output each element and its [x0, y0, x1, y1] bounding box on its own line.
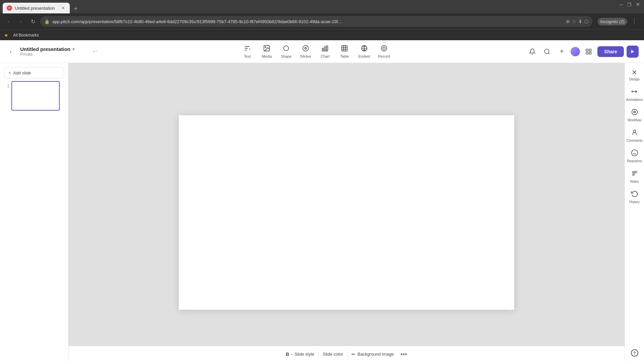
right-panel-workflow[interactable]: Workflow — [626, 106, 643, 125]
svg-rect-8 — [327, 46, 328, 51]
toolbar-record[interactable]: Record — [375, 43, 393, 60]
all-bookmarks[interactable]: All Bookmarks — [11, 32, 41, 38]
media-icon — [263, 45, 270, 54]
notes-label: Notes — [630, 180, 639, 183]
back-button[interactable]: ‹ — [4, 17, 13, 26]
more-icon: ••• — [400, 351, 407, 357]
right-panel-help[interactable]: ? — [626, 347, 643, 359]
active-tab[interactable]: P Untitled presentation ✕ — [3, 3, 70, 13]
header-actions: + Share — [526, 46, 639, 58]
app-header: ‹ Untitled presentation ▾ Private ↩ T Te… — [0, 40, 644, 63]
animations-icon — [631, 88, 638, 97]
record-icon — [380, 45, 388, 54]
toolbar-record-label: Record — [378, 54, 390, 58]
bottom-divider-1 — [318, 351, 319, 358]
account-icon[interactable]: Incognito (2) — [598, 18, 627, 25]
url-text: app.pitch.com/app/presentation/58f67c22-… — [52, 19, 563, 24]
toolbar-sticker[interactable]: Sticker — [297, 43, 315, 60]
slide-canvas[interactable] — [179, 115, 514, 310]
toolbar-embed[interactable]: Embed — [355, 43, 373, 60]
right-panel-design[interactable]: ✕ Design — [626, 66, 643, 84]
undo-button[interactable]: ↩ — [89, 46, 100, 57]
tab-close-button[interactable]: ✕ — [60, 5, 66, 11]
svg-rect-21 — [586, 49, 588, 51]
refresh-button[interactable]: ↻ — [28, 17, 38, 26]
right-panel-comments[interactable]: Comments — [626, 126, 643, 145]
right-panel-reactions[interactable]: Reactions — [626, 146, 643, 166]
back-to-home-button[interactable]: ‹ — [5, 46, 16, 57]
menu-icon[interactable]: ⋮ — [629, 16, 640, 26]
svg-rect-23 — [589, 52, 591, 54]
toolbar-embed-label: Embed — [358, 54, 370, 58]
svg-point-5 — [305, 47, 307, 49]
notification-button[interactable] — [526, 46, 538, 58]
share-button[interactable]: Share — [597, 46, 624, 57]
add-slide-label: Add slide — [13, 70, 31, 75]
pencil-icon: ✏ — [352, 352, 356, 357]
title-dropdown-icon[interactable]: ▾ — [72, 47, 74, 52]
slide-item-1[interactable]: 1 — [4, 81, 64, 111]
toolbar-media-label: Media — [262, 54, 272, 58]
minimize-icon[interactable]: ─ — [620, 2, 623, 8]
text-icon: T — [244, 45, 251, 54]
slide-style-label: Slide style — [294, 352, 314, 357]
bottom-toolbar: B ● Slide style Slide color ✏ Background… — [68, 346, 625, 362]
reactions-label: Reactions — [627, 159, 642, 163]
restore-icon[interactable]: ❐ — [627, 2, 632, 7]
present-button[interactable] — [627, 46, 639, 58]
animations-label: Animations — [626, 98, 643, 102]
svg-rect-22 — [589, 49, 591, 51]
toolbar-shape[interactable]: Shape — [277, 43, 295, 60]
svg-point-17 — [381, 46, 387, 51]
right-panel-history[interactable]: History — [626, 187, 643, 206]
svg-point-2 — [265, 47, 266, 48]
more-options-item[interactable]: ••• — [398, 350, 410, 359]
toolbar-chart[interactable]: Chart — [316, 43, 334, 60]
history-icon — [631, 190, 638, 199]
slide-thumbnail-1[interactable] — [11, 81, 60, 111]
right-panel-notes[interactable]: Notes — [626, 167, 643, 186]
svg-point-28 — [633, 130, 636, 132]
bold-b-icon: B — [286, 352, 289, 357]
add-collaborator-button[interactable]: + — [556, 46, 568, 58]
toolbar-table[interactable]: Table — [335, 43, 354, 60]
tab-title: Untitled presentation — [15, 6, 56, 11]
download-icon[interactable]: ⬇ — [578, 19, 582, 24]
toolbar-media[interactable]: Media — [258, 43, 276, 60]
close-window-icon[interactable]: ✕ — [636, 1, 640, 8]
shape-icon — [282, 45, 290, 54]
slide-color-item[interactable]: Slide color — [320, 350, 346, 358]
add-slide-button[interactable]: + Add slide — [4, 67, 64, 78]
svg-point-19 — [545, 49, 549, 53]
workflow-icon — [631, 108, 638, 117]
design-close-icon: ✕ — [632, 68, 637, 76]
svg-point-26 — [632, 109, 637, 115]
forward-button[interactable]: › — [16, 17, 25, 26]
search-button[interactable] — [541, 46, 553, 58]
back-arrow-icon: ‹ — [10, 49, 11, 55]
background-image-item[interactable]: ✏ Background image — [349, 350, 396, 358]
slide-style-item[interactable]: B ● Slide style — [283, 350, 317, 358]
add-slide-plus-icon: + — [8, 70, 11, 75]
workflow-label: Workflow — [628, 118, 641, 122]
svg-point-29 — [631, 150, 637, 156]
star-icon[interactable]: ☆ — [572, 19, 576, 24]
slide-color-label: Slide color — [323, 352, 343, 357]
canvas-area[interactable] — [68, 63, 625, 362]
history-label: History — [629, 200, 640, 204]
table-icon — [341, 45, 348, 54]
svg-point-27 — [634, 111, 636, 113]
address-bar[interactable]: 🔒 app.pitch.com/app/presentation/58f67c2… — [40, 16, 592, 27]
tune-icon[interactable]: ⊕ — [566, 19, 570, 24]
toolbar-text[interactable]: T Text — [238, 43, 256, 60]
sticker-icon — [302, 45, 309, 54]
presentation-title-text: Untitled presentation — [20, 46, 70, 52]
extensions-icon[interactable]: ⬡ — [584, 19, 588, 24]
comments-label: Comments — [626, 139, 642, 142]
right-panel-animations[interactable]: Animations — [626, 85, 643, 104]
toolbar-text-label: Text — [244, 54, 251, 58]
new-tab-button[interactable]: + — [71, 4, 80, 13]
template-icon-button[interactable] — [583, 46, 595, 58]
tab-favicon: P — [7, 5, 12, 11]
svg-point-18 — [383, 47, 385, 49]
